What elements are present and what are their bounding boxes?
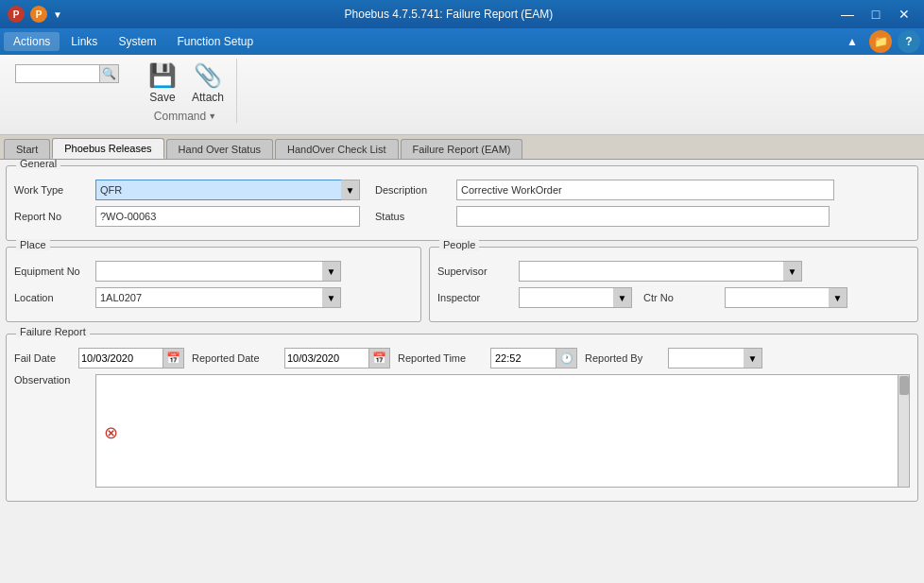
title-bar: P P ▼ Phoebus 4.7.5.741: Failure Report … <box>0 0 924 28</box>
ctr-no-wrapper: ▼ <box>725 287 847 308</box>
work-type-input[interactable] <box>95 180 360 200</box>
observation-row: Observation ⊗ <box>14 374 910 488</box>
general-title: General <box>16 160 60 169</box>
supervisor-label: Supervisor <box>437 266 513 277</box>
description-input[interactable] <box>456 180 834 200</box>
location-label: Location <box>14 292 90 303</box>
folder-icon[interactable]: 📁 <box>869 30 892 53</box>
observation-area[interactable]: ⊗ <box>95 374 910 488</box>
ribbon: 🔍 💾 Save 📎 Attach Command ▼ <box>0 55 924 135</box>
general-section: General Work Type ▼ Description Report N… <box>6 165 918 241</box>
work-type-select-wrapper: ▼ <box>95 180 360 200</box>
tab-start[interactable]: Start <box>4 139 50 159</box>
fail-date-label: Fail Date <box>14 352 71 364</box>
equipment-no-label: Equipment No <box>14 266 90 277</box>
window-title: Phoebus 4.7.5.741: Failure Report (EAM) <box>62 8 835 21</box>
people-title: People <box>439 239 479 250</box>
tab-handover-check-list[interactable]: HandOver Check List <box>275 139 399 159</box>
reported-date-calendar-button[interactable]: 📅 <box>369 348 390 369</box>
dates-row: Fail Date 📅 Reported Date 📅 Reported Tim… <box>14 348 910 369</box>
help-icon[interactable]: ? <box>898 30 920 53</box>
fail-date-input[interactable] <box>78 348 163 369</box>
search-button[interactable]: 🔍 <box>100 64 119 83</box>
attach-button[interactable]: 📎 Attach <box>187 59 229 108</box>
menu-function-setup[interactable]: Function Setup <box>167 32 263 51</box>
equipment-no-wrapper: ▼ <box>95 261 341 282</box>
status-label: Status <box>375 211 451 222</box>
failure-report-title: Failure Report <box>16 326 90 337</box>
reported-time-label: Reported Time <box>398 352 483 364</box>
save-button[interactable]: 💾 Save <box>142 59 183 108</box>
reported-by-dropdown[interactable]: ▼ <box>744 348 762 369</box>
menu-actions[interactable]: Actions <box>4 32 60 51</box>
inspector-wrapper: ▼ <box>519 287 632 308</box>
reported-date-label: Reported Date <box>192 352 277 364</box>
fail-date-wrapper: 📅 <box>78 348 184 369</box>
scrollbar-thumb <box>899 376 909 395</box>
location-dropdown[interactable]: ▼ <box>322 287 341 308</box>
supervisor-input[interactable] <box>519 261 802 282</box>
report-no-input[interactable] <box>95 206 360 227</box>
save-icon: 💾 <box>148 62 177 89</box>
location-input[interactable] <box>95 287 341 308</box>
observation-label: Observation <box>14 374 90 386</box>
menu-links[interactable]: Links <box>61 32 107 51</box>
tab-hand-over-status[interactable]: Hand Over Status <box>166 139 273 159</box>
supervisor-wrapper: ▼ <box>519 261 802 282</box>
maximize-button[interactable]: □ <box>864 5 888 24</box>
inspector-label: Inspector <box>437 292 513 303</box>
logo2-icon: P <box>30 6 47 23</box>
dropdown-arrow-icon[interactable]: ▼ <box>53 9 62 20</box>
place-section: Place Equipment No ▼ Location ▼ <box>6 247 421 322</box>
tab-failure-report[interactable]: Failure Report (EAM) <box>401 139 523 159</box>
place-title: Place <box>16 239 50 250</box>
tab-phoebus-releases[interactable]: Phoebus Releases <box>52 138 163 159</box>
chevron-up-icon[interactable]: ▲ <box>841 30 864 53</box>
inspector-dropdown[interactable]: ▼ <box>613 287 632 308</box>
save-label: Save <box>149 91 175 104</box>
status-input[interactable] <box>456 206 830 227</box>
observation-scrollbar[interactable] <box>898 375 909 487</box>
attach-icon: 📎 <box>194 62 222 89</box>
reported-time-wrapper: 🕐 <box>490 348 577 369</box>
menu-system[interactable]: System <box>109 32 165 51</box>
menu-bar: Actions Links System Function Setup ▲ 📁 … <box>0 28 924 55</box>
reported-by-wrapper: ▼ <box>668 348 762 369</box>
close-button[interactable]: ✕ <box>892 5 916 24</box>
report-no-label: Report No <box>14 211 90 222</box>
logo-icon: P <box>8 6 25 23</box>
search-input[interactable] <box>15 64 100 83</box>
people-section: People Supervisor ▼ Inspector ▼ Ctr No <box>429 247 918 322</box>
equipment-no-input[interactable] <box>95 261 341 282</box>
description-label: Description <box>375 184 451 196</box>
work-type-dropdown[interactable]: ▼ <box>341 180 360 200</box>
tab-bar: Start Phoebus Releases Hand Over Status … <box>0 135 924 160</box>
reported-by-label: Reported By <box>585 352 660 364</box>
supervisor-dropdown[interactable]: ▼ <box>783 261 802 282</box>
reported-date-wrapper: 📅 <box>284 348 390 369</box>
command-group-label: Command <box>154 110 206 123</box>
place-people-row: Place Equipment No ▼ Location ▼ <box>6 247 918 328</box>
reported-time-clock-button[interactable]: 🕐 <box>556 348 577 369</box>
ctr-no-dropdown[interactable]: ▼ <box>829 287 847 308</box>
failure-report-section: Failure Report Fail Date 📅 Reported Date… <box>6 334 918 502</box>
location-wrapper: ▼ <box>95 287 341 308</box>
ribbon-command-group: 💾 Save 📎 Attach Command ▼ <box>134 59 237 123</box>
main-content: General Work Type ▼ Description Report N… <box>0 160 924 583</box>
attach-label: Attach <box>192 91 224 104</box>
expand-icon[interactable]: ▼ <box>208 111 216 121</box>
equipment-no-dropdown[interactable]: ▼ <box>322 261 341 282</box>
reported-time-input[interactable] <box>490 348 556 369</box>
fail-date-calendar-button[interactable]: 📅 <box>163 348 184 369</box>
work-type-label: Work Type <box>14 184 90 196</box>
ctr-no-label: Ctr No <box>643 292 719 303</box>
reported-date-input[interactable] <box>284 348 369 369</box>
error-icon: ⊗ <box>104 422 118 443</box>
minimize-button[interactable]: — <box>835 5 860 24</box>
